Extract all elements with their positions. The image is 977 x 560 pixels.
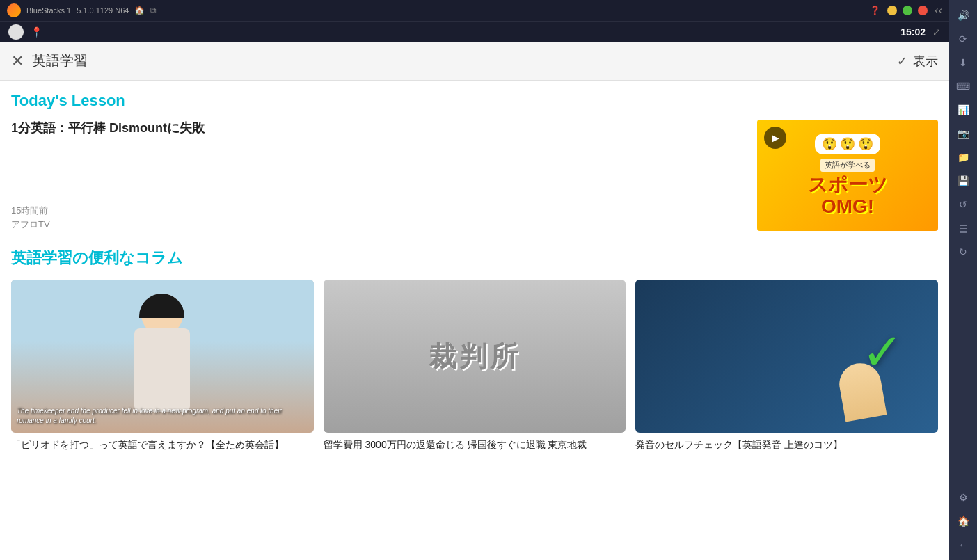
thumb-emoji-1: 😲 — [822, 136, 837, 152]
rotate-icon[interactable]: ↺ — [953, 195, 973, 214]
refresh-icon[interactable]: ↻ — [953, 242, 973, 262]
thumb-emoji-3: 😲 — [858, 136, 873, 152]
todays-lesson-title: Today's Lesson — [11, 92, 938, 110]
save-icon[interactable]: 💾 — [953, 171, 973, 191]
app-title: 英語学習 — [32, 51, 88, 70]
back-icon[interactable]: ← — [953, 535, 973, 554]
column-card-2-title: 留学費用 3000万円の返還命じる 帰国後すぐに退職 東京地裁 — [324, 438, 626, 452]
play-button[interactable]: ▶ — [764, 127, 786, 149]
minimize-button[interactable]: — — [887, 6, 897, 15]
keyboard-icon[interactable]: ⌨ — [953, 77, 973, 96]
layers-icon[interactable]: ▤ — [953, 218, 973, 238]
lesson-meta: 15時間前 アフロTV — [11, 205, 746, 231]
app-scroll-area[interactable]: Today's Lesson 1分英語：平行棒 Dismountに失敗 15時間… — [0, 81, 949, 560]
down-arrow-icon[interactable]: ⬇ — [953, 53, 973, 72]
statusbar-time: 15:02 — [900, 26, 926, 38]
column-section: 英語学習の便利なコラム — [11, 248, 938, 452]
column-img-3: ✓ — [635, 280, 938, 433]
lesson-card[interactable]: 1分英語：平行棒 Dismountに失敗 15時間前 アフロTV ▶ 😲 — [11, 120, 938, 231]
close-window-button[interactable]: ✕ — [918, 6, 928, 15]
lesson-source: アフロTV — [11, 218, 746, 231]
thumb-emoji-2: 😲 — [840, 136, 855, 152]
app-content: ✕ 英語学習 ✓ 表示 Today's Lesson 1分英語：平行棒 Dism… — [0, 42, 949, 560]
home-nav-icon[interactable]: 🏠 — [134, 6, 145, 15]
column-img-2: 裁判所 — [324, 280, 626, 433]
copy-nav-icon[interactable]: ⧉ — [150, 6, 157, 15]
bs-app-title: BlueStacks 1 — [26, 6, 71, 15]
bs-main: BlueStacks 1 5.1.0.1129 N64 🏠 ⧉ ❓ — □ ✕ … — [0, 0, 949, 560]
bluestacks-window: BlueStacks 1 5.1.0.1129 N64 🏠 ⧉ ❓ — □ ✕ … — [0, 0, 977, 560]
column-grid: The timekeeper and the producer fell in … — [11, 280, 938, 452]
volume-icon[interactable]: 🔊 — [953, 6, 973, 25]
folder-icon[interactable]: 📁 — [953, 147, 973, 167]
column-img-1: The timekeeper and the producer fell in … — [11, 280, 314, 433]
app-check-icon: ✓ — [897, 54, 907, 69]
lesson-title: 1分英語：平行棒 Dismountに失敗 — [11, 120, 746, 136]
app-show-label[interactable]: 表示 — [913, 53, 938, 70]
statusbar-circle — [8, 24, 24, 40]
chart-icon[interactable]: 📊 — [953, 100, 973, 120]
bs-version: 5.1.0.1129 N64 — [77, 6, 129, 15]
column-card-1-title: 「ピリオドを打つ」って英語で言えますか？【全ため英会話】 — [11, 438, 314, 452]
camera-icon[interactable]: 📷 — [953, 124, 973, 143]
expand-icon[interactable]: ⤢ — [932, 26, 941, 38]
home-sidebar-icon[interactable]: 🏠 — [953, 511, 973, 531]
bs-right-sidebar: 🔊 ⟳ ⬇ ⌨ 📊 📷 📁 💾 ↺ ▤ ↻ ⚙ 🏠 ← — [949, 0, 977, 560]
help-icon[interactable]: ❓ — [870, 6, 880, 15]
sync-icon[interactable]: ⟳ — [953, 29, 973, 49]
column-section-title: 英語学習の便利なコラム — [11, 248, 938, 269]
maximize-button[interactable]: □ — [903, 6, 912, 15]
column-card-2[interactable]: 裁判所 留学費用 3000万円の返還命じる 帰国後すぐに退職 東京地裁 — [324, 280, 626, 452]
bs-statusbar: 📍 15:02 ⤢ — [0, 21, 949, 42]
bs-logo — [7, 3, 21, 17]
todays-lesson-section: Today's Lesson 1分英語：平行棒 Dismountに失敗 15時間… — [11, 92, 938, 231]
app-close-button[interactable]: ✕ — [11, 52, 24, 70]
column-card-3-title: 発音のセルフチェック【英語発音 上達のコツ】 — [635, 438, 938, 452]
lesson-info: 1分英語：平行棒 Dismountに失敗 15時間前 アフロTV — [11, 120, 757, 231]
column-card-3[interactable]: ✓ 発音のセルフチェック【英語発音 上達のコツ】 — [635, 280, 938, 452]
column-img-1-caption: The timekeeper and the producer fell in … — [17, 406, 308, 426]
lesson-time: 15時間前 — [11, 205, 746, 217]
app-header: ✕ 英語学習 ✓ 表示 — [0, 42, 949, 81]
bs-back-icon[interactable]: ‹‹ — [935, 4, 942, 17]
column-img-2-kanji: 裁判所 — [429, 337, 521, 376]
location-icon: 📍 — [31, 26, 42, 38]
bs-titlebar: BlueStacks 1 5.1.0.1129 N64 🏠 ⧉ ❓ — □ ✕ … — [0, 0, 949, 21]
gear-icon[interactable]: ⚙ — [953, 488, 973, 507]
thumb-label: 英語が学べる — [820, 159, 875, 172]
column-card-1[interactable]: The timekeeper and the producer fell in … — [11, 280, 314, 452]
lesson-thumbnail[interactable]: ▶ 😲 😲 😲 英語が学べる スポーツ OMG! — [757, 120, 938, 231]
thumb-main: スポーツ OMG! — [808, 175, 888, 218]
